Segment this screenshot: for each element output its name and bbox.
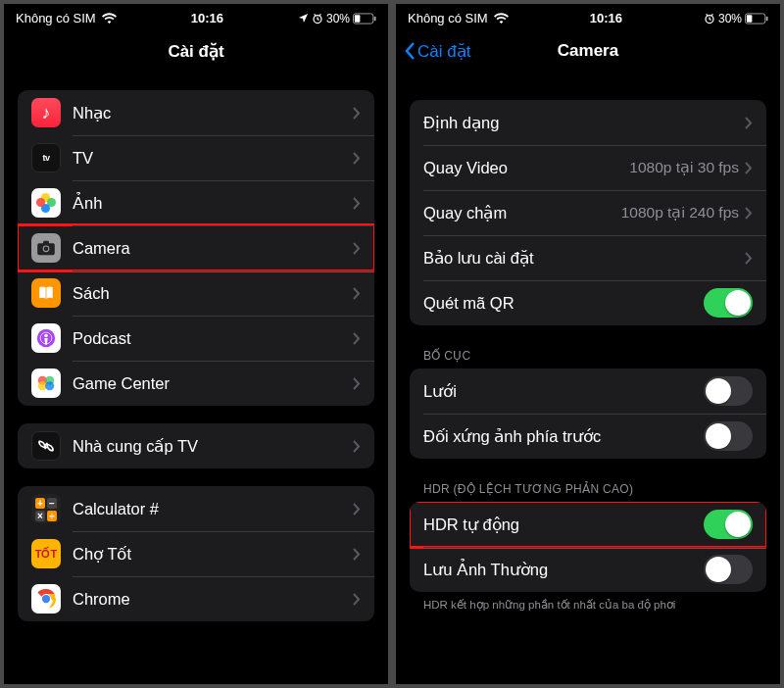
- screenshot-pair: Không có SIM 10:16 30% Cài đặt: [0, 0, 784, 688]
- chevron-right-icon: [353, 107, 361, 120]
- chevron-right-icon: [745, 117, 753, 129]
- nav-header: Cài đặt: [4, 29, 388, 73]
- status-bar: Không có SIM 10:16 30%: [396, 4, 780, 29]
- row-label: Định dạng: [423, 114, 745, 132]
- phone-right-camera: Không có SIM 10:16 30% Cài đặt: [396, 4, 780, 684]
- chevron-right-icon: [353, 593, 361, 606]
- back-button[interactable]: Cài đặt: [396, 41, 470, 62]
- row-value: 1080p tại 240 fps: [621, 204, 739, 221]
- camera-group-composition: Lưới Đối xứng ảnh phía trước: [410, 369, 766, 459]
- books-icon: [31, 278, 61, 308]
- alarm-icon: [704, 13, 715, 25]
- row-chotot[interactable]: TỐT Chợ Tốt: [18, 531, 374, 576]
- chevron-right-icon: [353, 152, 361, 165]
- calculator-icon: +−×÷: [31, 494, 61, 523]
- status-time: 10:16: [117, 11, 298, 25]
- back-label: Cài đặt: [417, 41, 470, 62]
- toggle-scan-qr[interactable]: [704, 288, 753, 318]
- row-scan-qr: Quét mã QR: [410, 280, 766, 325]
- toggle-keep-normal-photo[interactable]: [704, 555, 753, 584]
- row-auto-hdr: HDR tự động: [410, 502, 766, 547]
- chevron-right-icon: [353, 332, 361, 345]
- row-books[interactable]: Sách: [18, 270, 374, 316]
- row-tv-provider[interactable]: Nhà cung cấp TV: [18, 423, 374, 468]
- location-icon: [298, 13, 309, 24]
- alarm-icon: [312, 13, 323, 25]
- chotot-icon: TỐT: [31, 539, 61, 568]
- chevron-right-icon: [745, 162, 753, 174]
- row-label: Nhạc: [73, 104, 353, 123]
- chevron-right-icon: [353, 242, 361, 255]
- wifi-icon: [102, 13, 117, 25]
- tv-icon: tv: [31, 143, 61, 172]
- battery-percent: 30%: [326, 12, 350, 25]
- chevron-right-icon: [353, 548, 361, 561]
- chevron-right-icon: [745, 207, 753, 220]
- svg-rect-3: [374, 16, 376, 21]
- chevron-right-icon: [353, 287, 361, 300]
- row-label: Game Center: [73, 374, 353, 393]
- chevron-right-icon: [745, 252, 753, 265]
- status-time: 10:16: [509, 11, 704, 25]
- row-label: Chrome: [73, 590, 353, 609]
- row-camera[interactable]: Camera: [18, 225, 374, 270]
- row-label: Bảo lưu cài đặt: [423, 249, 745, 268]
- row-mirror-front: Đối xứng ảnh phía trước: [410, 414, 766, 459]
- svg-rect-19: [766, 16, 768, 21]
- camera-group-hdr: HDR tự động Lưu Ảnh Thường: [410, 502, 766, 592]
- podcast-icon: [31, 323, 61, 353]
- svg-point-8: [44, 334, 48, 338]
- svg-point-5: [44, 247, 48, 251]
- row-preserve-settings[interactable]: Bảo lưu cài đặt: [410, 235, 766, 280]
- status-right: 30%: [298, 12, 376, 25]
- row-photos[interactable]: Ảnh: [18, 180, 374, 225]
- toggle-grid[interactable]: [704, 376, 753, 406]
- toggle-auto-hdr[interactable]: [704, 510, 753, 539]
- row-label: Nhà cung cấp TV: [73, 437, 353, 456]
- chevron-right-icon: [353, 197, 361, 210]
- section-header-composition: BỐ CỤC: [410, 325, 766, 369]
- music-icon: ♪: [31, 98, 61, 127]
- row-label: Đối xứng ảnh phía trước: [423, 427, 704, 446]
- svg-rect-2: [355, 15, 361, 22]
- chrome-icon: [31, 584, 61, 614]
- row-label: TV: [73, 149, 353, 168]
- row-label: Sách: [73, 284, 353, 303]
- row-game-center[interactable]: Game Center: [18, 361, 374, 406]
- chevron-right-icon: [353, 503, 361, 516]
- carrier-text: Không có SIM: [408, 11, 488, 25]
- battery-icon: [745, 13, 768, 25]
- battery-percent: 30%: [718, 12, 742, 25]
- row-label: Calculator #: [73, 500, 353, 518]
- row-label: Lưới: [423, 382, 704, 401]
- status-right: 30%: [704, 12, 768, 25]
- settings-scroll[interactable]: ♪ Nhạc tv TV Ảnh: [4, 73, 388, 684]
- settings-group-third-party: +−×÷ Calculator # TỐT Chợ Tốt Chrome: [18, 486, 374, 621]
- hdr-footer-text: HDR kết hợp những phần tốt nhất của ba đ…: [410, 592, 766, 612]
- row-calculator[interactable]: +−×÷ Calculator #: [18, 486, 374, 531]
- row-podcast[interactable]: Podcast: [18, 316, 374, 361]
- carrier-text: Không có SIM: [16, 11, 96, 25]
- row-label: Ảnh: [73, 194, 353, 213]
- status-bar: Không có SIM 10:16 30%: [4, 4, 388, 29]
- row-chrome[interactable]: Chrome: [18, 576, 374, 621]
- row-label: HDR tự động: [423, 516, 704, 534]
- row-label: Quay Video: [423, 159, 629, 177]
- row-label: Quay chậm: [423, 204, 621, 222]
- row-format[interactable]: Định dạng: [410, 100, 766, 145]
- photos-icon: [31, 188, 61, 218]
- nav-header: Cài đặt Camera: [396, 29, 780, 73]
- row-music[interactable]: ♪ Nhạc: [18, 90, 374, 135]
- row-record-video[interactable]: Quay Video 1080p tại 30 fps: [410, 145, 766, 190]
- row-slomo[interactable]: Quay chậm 1080p tại 240 fps: [410, 190, 766, 235]
- tv-provider-icon: [31, 431, 61, 461]
- row-label: Camera: [73, 239, 353, 258]
- row-tv[interactable]: tv TV: [18, 135, 374, 180]
- row-label: Chợ Tốt: [73, 545, 353, 564]
- wifi-icon: [494, 13, 509, 25]
- row-grid: Lưới: [410, 369, 766, 414]
- page-title: Cài đặt: [4, 41, 388, 62]
- toggle-mirror-front[interactable]: [704, 421, 753, 451]
- settings-group-media: ♪ Nhạc tv TV Ảnh: [18, 90, 374, 406]
- camera-scroll[interactable]: Định dạng Quay Video 1080p tại 30 fps Qu…: [396, 73, 780, 684]
